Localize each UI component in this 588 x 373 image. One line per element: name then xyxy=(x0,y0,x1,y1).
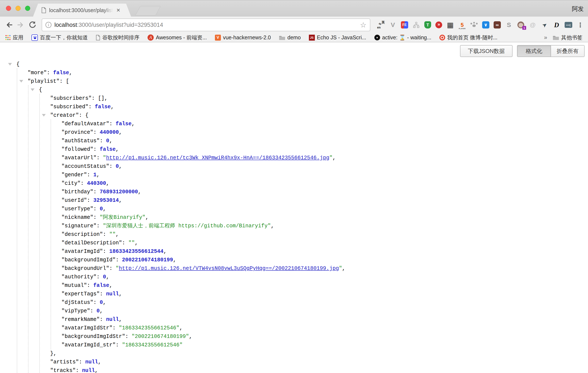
page-icon xyxy=(96,35,100,40)
qr-code-icon[interactable]: ▦ xyxy=(446,21,454,29)
shield-t-icon[interactable]: T xyxy=(424,21,431,29)
collapse-arrow-icon[interactable] xyxy=(42,114,46,117)
json-segment: { xyxy=(16,61,20,67)
json-segment: : xyxy=(93,189,100,195)
bookmark-echojs[interactable]: JS Echo JS - JavaScri... xyxy=(309,34,366,41)
fe-toolbox-icon[interactable]: FE xyxy=(401,21,408,29)
collapse-arrow-icon[interactable] xyxy=(8,63,12,65)
html5-player-icon[interactable]: 5 PLAYER xyxy=(458,21,466,29)
json-segment: "tracks" xyxy=(50,367,76,373)
format-button[interactable]: 格式化 xyxy=(517,45,551,57)
json-segment: : xyxy=(87,197,93,203)
json-segment: "avatarImgId_str" xyxy=(62,342,116,348)
json-segment: "city" xyxy=(62,180,81,187)
json-line: "avatarUrl": "http://p1.music.126.net/tc… xyxy=(0,154,588,162)
vysor-icon[interactable]: ∨ xyxy=(482,21,489,29)
json-segment: : xyxy=(96,274,103,280)
collapse-arrow-icon[interactable] xyxy=(31,88,34,91)
bookmark-baidu[interactable]: 百度一下，你就知道 xyxy=(32,34,88,41)
bookmark-star-icon[interactable]: ☆ xyxy=(360,21,367,29)
json-segment: "authStatus" xyxy=(62,138,100,144)
json-segment: , xyxy=(132,121,135,127)
json-segment: "backgroundImgId" xyxy=(62,257,116,263)
json-segment: , xyxy=(116,231,119,237)
back-icon[interactable] xyxy=(5,21,14,29)
bookmarks-overflow-icon[interactable]: » xyxy=(544,34,547,41)
json-segment: : xyxy=(96,155,103,161)
json-line: "expertTags": null, xyxy=(0,290,588,298)
close-window-button[interactable] xyxy=(6,6,11,11)
download-json-button[interactable]: 下载JSON数据 xyxy=(460,45,513,57)
reload-icon[interactable] xyxy=(28,21,37,29)
json-line: "province": 440000, xyxy=(0,128,588,137)
new-tab-button[interactable] xyxy=(135,6,161,16)
collapse-all-button[interactable]: 折叠所有 xyxy=(551,45,584,57)
gray-bird-icon[interactable]: @ xyxy=(529,21,536,29)
json-line: "gender": 1, xyxy=(0,171,588,179)
json-segment: : xyxy=(79,359,85,365)
hummingbird-icon[interactable]: ➤ xyxy=(539,20,550,30)
tab-close-icon[interactable]: ✕ xyxy=(116,7,120,13)
site-info-icon[interactable]: i xyxy=(45,22,52,28)
minimize-window-button[interactable] xyxy=(16,6,21,11)
json-segment: "" xyxy=(109,231,116,237)
json-segment: "阿发Binaryify" xyxy=(100,214,145,221)
browser-menu-icon[interactable]: ⋮ xyxy=(577,21,584,29)
translate-icon[interactable]: 英 ⇄ en xyxy=(377,21,385,29)
tampermonkey-icon[interactable]: 1 xyxy=(517,21,525,29)
forward-icon[interactable] xyxy=(16,21,25,29)
browser-toolbar: i localhost:3000/user/playlist?uid=32953… xyxy=(0,17,588,33)
json-segment: 18633423556612544 xyxy=(109,248,163,255)
json-segment: : xyxy=(93,214,100,221)
json-segment: "vipType" xyxy=(62,308,90,314)
apps-grid-icon xyxy=(6,35,11,40)
json-line: { xyxy=(0,60,588,69)
fast-forward-icon[interactable]: » xyxy=(435,21,442,28)
bookmark-google-sort[interactable]: 谷歌按时间排序 xyxy=(96,34,139,41)
vue-devtools-icon[interactable]: V xyxy=(389,21,397,29)
bookmark-weibo[interactable]: 我的首页 微博-随时... xyxy=(439,34,497,41)
password-manager-icon[interactable]: •••| xyxy=(565,21,572,29)
profile-name[interactable]: 阿发 xyxy=(572,5,584,13)
json-segment: , xyxy=(106,180,109,187)
json-line: "detailDescription": "", xyxy=(0,239,588,247)
bookmark-demo-folder[interactable]: demo xyxy=(279,34,301,41)
json-segment: "creator" xyxy=(50,112,79,118)
json-url-link[interactable]: http://p1.music.126.net/VTW4vsN08vwL3uSQ… xyxy=(119,265,339,272)
json-segment: "avatarImgIdStr" xyxy=(62,325,113,331)
paw-icon[interactable] xyxy=(470,21,478,29)
json-line: "mutual": false, xyxy=(0,281,588,290)
baidu-icon xyxy=(32,34,38,41)
other-bookmarks-folder[interactable]: 其他书签 xyxy=(553,34,582,41)
bookmark-awesomes[interactable]: A Awesomes - 前端资... xyxy=(147,34,207,41)
json-segment: : xyxy=(93,129,100,136)
collapse-arrow-icon[interactable] xyxy=(19,80,23,83)
json-segment: "" xyxy=(128,240,135,246)
json-segment: , xyxy=(163,248,167,255)
json-segment: : xyxy=(93,299,100,306)
json-segment: "avatarImgId" xyxy=(62,248,103,255)
browser-tab[interactable]: localhost:3000/user/playlist?uid=3295301… xyxy=(33,4,131,17)
json-url-link[interactable]: http://p1.music.126.net/tc3Wk_XNPmwiR4hx… xyxy=(106,155,329,161)
mask-icon[interactable]: ∞ xyxy=(494,21,501,29)
bookmark-vue-hackernews[interactable]: V vue-hackernews-2.0 xyxy=(215,34,271,41)
bookmark-apps[interactable]: 应用 xyxy=(6,34,23,41)
json-line: "playlist": [ xyxy=(0,77,588,86)
bookmark-active-waiting[interactable]: ▾ active: ⌛ - waiting... xyxy=(374,34,431,41)
json-segment: : xyxy=(103,231,109,237)
json-segment: 0 xyxy=(100,299,103,306)
onenote-d-icon[interactable]: D xyxy=(553,21,560,29)
json-segment: "followed" xyxy=(62,146,93,152)
json-segment: : xyxy=(100,138,106,144)
bookmark-label: Awesomes - 前端资... xyxy=(156,34,207,41)
address-bar[interactable]: i localhost:3000/user/playlist?uid=32953… xyxy=(42,19,370,31)
sogou-s-icon[interactable]: S xyxy=(505,21,513,29)
bookmark-label: 谷歌按时间排序 xyxy=(102,34,139,41)
zoom-window-button[interactable] xyxy=(25,6,30,11)
json-segment: , xyxy=(119,291,122,297)
json-segment: false xyxy=(100,146,116,152)
bookmark-label: active: ⌛ - waiting... xyxy=(382,34,431,41)
h5-player-label: PLAYER xyxy=(459,28,466,30)
json-line: "avatarImgIdStr": "18633423556612546", xyxy=(0,324,588,332)
sitemap-icon[interactable] xyxy=(412,21,420,29)
